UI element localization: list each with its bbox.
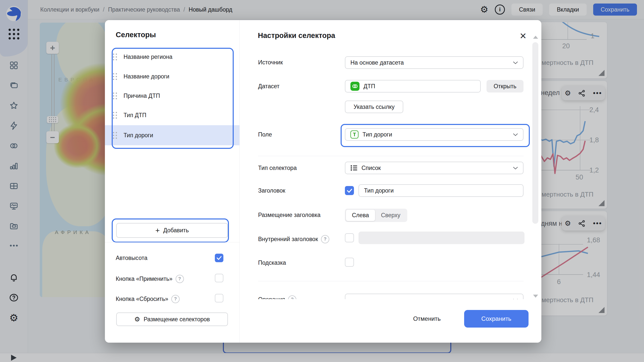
scroll-down-arrow[interactable] <box>533 295 538 298</box>
source-select[interactable]: На основе датасета <box>345 56 524 69</box>
modal-title: Настройки селектора <box>258 31 335 40</box>
placement-gear-icon: ⚙ <box>134 315 140 323</box>
cancel-button[interactable]: Отменить <box>407 314 447 324</box>
add-selector-button[interactable]: + Добавить <box>116 223 228 238</box>
drag-handle-icon[interactable] <box>113 73 117 80</box>
string-field-type-icon: T <box>350 130 358 139</box>
operation-select[interactable] <box>345 294 524 299</box>
title-placement-segmented-control: Слева Сверху <box>345 209 407 222</box>
chevron-down-icon <box>513 299 518 299</box>
source-label: Источник <box>258 59 283 66</box>
operation-help-icon[interactable]: ? <box>288 295 296 299</box>
placement-option-top[interactable]: Сверху <box>375 210 407 221</box>
reset-button-option-label: Кнопка «Сбросить» ? <box>116 295 180 303</box>
drag-handle-icon[interactable] <box>113 132 117 139</box>
autoheight-label: Автовысота <box>116 255 147 261</box>
specify-link-button[interactable]: Указать ссылку <box>345 101 403 113</box>
reset-help-icon[interactable]: ? <box>171 295 180 303</box>
drag-handle-icon[interactable] <box>113 54 117 60</box>
selector-settings-form: Источник На основе датасета Датасет ДТП … <box>240 44 532 299</box>
selector-list-item[interactable]: Название дороги <box>113 67 231 86</box>
chevron-down-icon <box>513 133 518 136</box>
save-selector-button[interactable]: Сохранить <box>464 310 529 328</box>
drag-handle-icon[interactable] <box>113 93 117 99</box>
app-screen: Коллекции и воркбуки / Практические руко… <box>0 0 644 362</box>
selectors-panel-title: Селекторы <box>116 31 156 39</box>
selector-list-item[interactable]: Причина ДТП <box>113 86 231 106</box>
selector-type-label: Тип селектора <box>258 165 297 171</box>
plus-icon: + <box>155 226 160 235</box>
chevron-down-icon <box>513 167 518 169</box>
title-input[interactable]: Тип дороги <box>358 184 524 197</box>
list-icon <box>350 165 357 171</box>
dataset-icon <box>350 82 359 91</box>
inner-title-input-disabled <box>358 232 525 244</box>
reset-button-checkbox[interactable] <box>215 294 223 302</box>
field-select[interactable]: T Тип дороги <box>345 128 524 141</box>
chevron-down-icon <box>513 61 518 64</box>
selector-list-item-selected[interactable]: Тип дороги <box>113 126 231 145</box>
selector-list-item[interactable]: Название региона <box>113 47 231 67</box>
inner-title-label: Внутренний заголовок ? <box>258 235 329 243</box>
selector-type-select[interactable]: Список <box>345 162 524 174</box>
placement-option-left[interactable]: Слева <box>346 210 375 221</box>
operation-label: Операция ? <box>258 295 296 299</box>
inner-title-help-icon[interactable]: ? <box>321 235 329 243</box>
scroll-up-arrow[interactable] <box>533 36 538 39</box>
hint-label: Подсказка <box>258 259 286 266</box>
dataset-label: Датасет <box>258 83 279 90</box>
inner-title-checkbox[interactable] <box>345 233 354 242</box>
field-label: Поле <box>258 131 272 138</box>
open-dataset-button[interactable]: Открыть <box>487 80 524 93</box>
selector-settings-modal: Селекторы Название региона Название доро… <box>105 20 541 343</box>
title-checkbox[interactable] <box>345 186 354 195</box>
apply-button-checkbox[interactable] <box>215 274 223 282</box>
apply-button-option-label: Кнопка «Применить» ? <box>116 275 184 283</box>
selectors-placement-button[interactable]: ⚙ Размещение селекторов <box>116 312 228 326</box>
title-placement-label: Размещение заголовка <box>258 212 320 218</box>
title-option-label: Заголовок <box>258 187 285 194</box>
dataset-field[interactable]: ДТП <box>345 80 481 93</box>
hint-checkbox[interactable] <box>345 258 354 267</box>
apply-help-icon[interactable]: ? <box>176 275 184 283</box>
selector-list-item[interactable]: Тип ДТП <box>113 106 231 125</box>
modal-scrollbar[interactable] <box>532 42 538 224</box>
drag-handle-icon[interactable] <box>113 112 117 119</box>
autoheight-checkbox[interactable] <box>215 254 223 262</box>
close-icon[interactable]: ✕ <box>519 32 527 40</box>
